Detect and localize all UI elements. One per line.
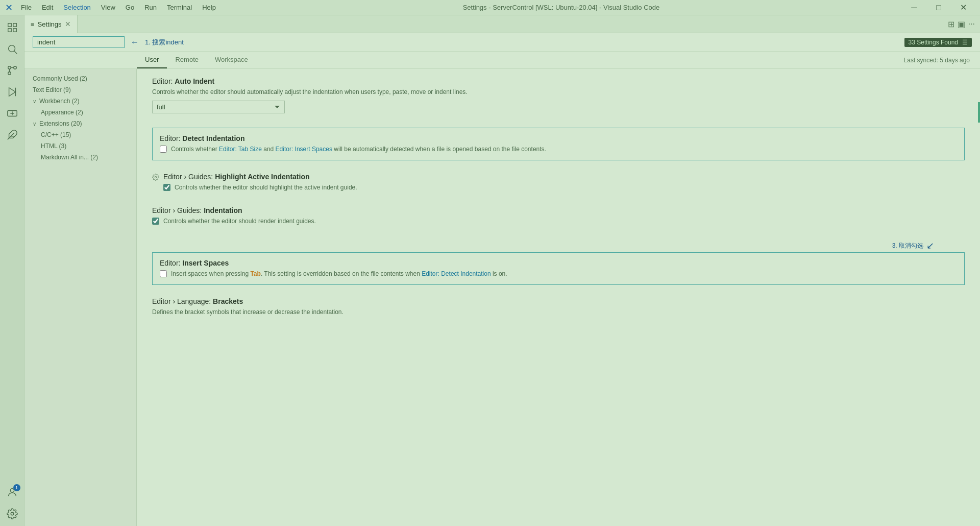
svg-rect-2 xyxy=(8,29,11,32)
menu-go[interactable]: Go xyxy=(121,3,138,12)
filter-list-icon[interactable]: ☰ xyxy=(962,39,968,46)
svg-point-7 xyxy=(8,72,11,75)
split-editor-icon[interactable]: ⊞ xyxy=(948,19,954,29)
indentation-row: Controls whether the editor should rende… xyxy=(152,217,965,226)
indentation-desc: Controls whether the editor should rende… xyxy=(163,217,316,226)
sidebar-item-markdown[interactable]: Markdown All in... (2) xyxy=(24,152,136,163)
sidebar-item-commonly-used[interactable]: Commonly Used (2) xyxy=(24,73,136,84)
auto-indent-desc: Controls whether the editor should autom… xyxy=(152,87,965,97)
search-input[interactable] xyxy=(33,36,125,48)
setting-auto-indent: Editor: Auto Indent Controls whether the… xyxy=(152,77,965,113)
setting-detect-indentation-container: Editor: Detect Indentation Controls whet… xyxy=(152,128,965,160)
insert-spaces-title: Editor: Insert Spaces xyxy=(160,259,957,267)
setting-indentation: Editor › Guides: Indentation Controls wh… xyxy=(152,206,965,226)
close-button[interactable]: ✕ xyxy=(951,0,975,15)
activity-explorer-icon[interactable] xyxy=(2,17,22,38)
tab-workspace[interactable]: Workspace xyxy=(207,52,256,68)
svg-point-4 xyxy=(8,45,15,52)
svg-rect-1 xyxy=(13,23,16,27)
insert-spaces-checkbox[interactable] xyxy=(160,270,167,277)
detect-indentation-checkbox[interactable] xyxy=(160,146,167,153)
svg-rect-3 xyxy=(13,29,16,32)
tab-remote[interactable]: Remote xyxy=(167,52,207,68)
auto-indent-title: Editor: Auto Indent xyxy=(152,77,965,85)
activity-account-icon[interactable]: 1 xyxy=(2,482,22,503)
activity-source-control-icon[interactable] xyxy=(2,60,22,81)
indentation-checkbox[interactable] xyxy=(152,218,159,225)
setting-insert-spaces-container: 3. 取消勾选 ↙ Editor: Insert Spaces Insert s… xyxy=(152,240,965,285)
menu-file[interactable]: File xyxy=(17,3,36,12)
tab-settings-label: Settings xyxy=(38,20,62,28)
sidebar-label-workbench: Workbench (2) xyxy=(39,98,79,105)
svg-line-5 xyxy=(14,51,17,54)
detect-indent-prefix: Editor: xyxy=(160,134,182,142)
insert-spaces-row: Insert spaces when pressing Tab. This se… xyxy=(160,269,957,278)
minimize-button[interactable]: ─ xyxy=(902,0,926,15)
activity-remote-icon[interactable] xyxy=(2,103,22,124)
detect-indentation-link[interactable]: Editor: Detect Indentation xyxy=(422,270,491,277)
settings-tabs-bar: User Remote Workspace Last synced: 5 day… xyxy=(24,52,980,69)
setting-detect-indentation: Editor: Detect Indentation Controls whet… xyxy=(152,128,965,160)
setting-insert-spaces: Editor: Insert Spaces Insert spaces when… xyxy=(152,252,965,285)
menu-run[interactable]: Run xyxy=(140,3,161,12)
expand-extensions-icon: ∨ xyxy=(33,121,36,127)
sidebar-item-html[interactable]: HTML (3) xyxy=(24,140,136,152)
maximize-button[interactable]: □ xyxy=(927,0,950,15)
hi-prefix: Editor › Guides: xyxy=(163,173,215,181)
annotation-arrow-right: ← xyxy=(131,38,139,47)
auto-indent-bold: Auto Indent xyxy=(175,77,214,85)
svg-point-19 xyxy=(11,512,14,515)
toggle-panel-icon[interactable]: ▣ xyxy=(958,19,965,29)
activity-search-icon[interactable] xyxy=(2,39,22,59)
insert-spaces-link[interactable]: Editor: Insert Spaces xyxy=(276,146,332,153)
menu-view[interactable]: View xyxy=(97,3,119,12)
lb-prefix: Editor › Language: xyxy=(152,297,213,305)
highlight-indentation-gear-icon[interactable] xyxy=(152,174,159,182)
tab-close-icon[interactable]: ✕ xyxy=(65,20,71,28)
menu-help[interactable]: Help xyxy=(198,3,220,12)
highlight-indentation-desc: Controls whether the editor should highl… xyxy=(175,183,357,192)
sidebar-item-text-editor[interactable]: Text Editor (9) xyxy=(24,84,136,95)
setting-highlight-indentation: Editor › Guides: Highlight Active Indent… xyxy=(152,173,965,192)
highlight-indentation-content: Editor › Guides: Highlight Active Indent… xyxy=(163,173,357,192)
svg-point-20 xyxy=(155,176,157,178)
sidebar-item-extensions[interactable]: ∨ Extensions (20) xyxy=(24,118,136,129)
sidebar-item-cpp[interactable]: C/C++ (15) xyxy=(24,129,136,140)
sidebar-item-workbench[interactable]: ∨ Workbench (2) xyxy=(24,95,136,107)
tab-size-link[interactable]: Editor: Tab Size xyxy=(219,146,262,153)
tab-key-link[interactable]: Tab xyxy=(250,270,260,277)
more-actions-icon[interactable]: ··· xyxy=(968,19,975,29)
settings-toolbar: ← 1. 搜索indent 33 Settings Found ☰ xyxy=(24,33,980,52)
tab-user[interactable]: User xyxy=(137,52,167,68)
language-brackets-desc: Defines the bracket symbols that increas… xyxy=(152,307,965,317)
detect-indentation-row: Controls whether Editor: Tab Size and Ed… xyxy=(160,145,957,154)
activity-settings-icon[interactable] xyxy=(2,504,22,524)
lb-bold: Brackets xyxy=(213,297,243,305)
highlight-indentation-title: Editor › Guides: Highlight Active Indent… xyxy=(163,173,357,181)
annotation-step1: 1. 搜索indent xyxy=(145,38,184,47)
detect-indentation-title: Editor: Detect Indentation xyxy=(160,134,957,142)
activity-extensions-icon[interactable] xyxy=(2,125,22,145)
expand-workbench-icon: ∨ xyxy=(33,99,36,104)
sync-info: Last synced: 5 days ago xyxy=(904,57,980,64)
detect-indentation-desc: Controls whether Editor: Tab Size and Ed… xyxy=(171,145,546,154)
highlight-indentation-checkbox[interactable] xyxy=(163,184,170,191)
sidebar-item-appearance[interactable]: Appearance (2) xyxy=(24,107,136,118)
svg-rect-0 xyxy=(8,23,11,27)
settings-found-badge: 33 Settings Found ☰ xyxy=(904,38,972,47)
window-controls: ─ □ ✕ xyxy=(902,0,975,15)
auto-indent-select[interactable]: full none keep brackets advanced xyxy=(152,101,285,113)
tab-settings[interactable]: ≡ Settings ✕ xyxy=(24,15,78,33)
activity-run-icon[interactable] xyxy=(2,82,22,102)
hi-bold: Highlight Active Indentation xyxy=(215,173,309,181)
indentation-prefix: Editor › Guides: xyxy=(152,206,204,214)
svg-marker-11 xyxy=(9,88,15,97)
menu-edit[interactable]: Edit xyxy=(38,3,57,12)
menu-terminal[interactable]: Terminal xyxy=(163,3,196,12)
menu-selection[interactable]: Selection xyxy=(59,3,94,12)
settings-found-count: 33 Settings Found xyxy=(909,39,958,46)
titlebar: ✕ File Edit Selection View Go Run Termin… xyxy=(0,0,980,15)
language-brackets-title: Editor › Language: Brackets xyxy=(152,297,965,305)
auto-indent-prefix: Editor: xyxy=(152,77,175,85)
activity-bar: 1 xyxy=(0,15,24,526)
